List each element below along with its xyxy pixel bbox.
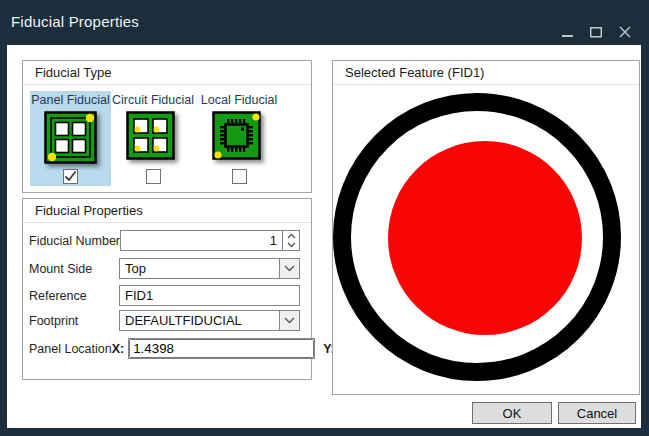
local-fiducial-icon [212,111,266,165]
minimize-icon[interactable] [561,26,573,38]
panel-fiducial-checkbox[interactable] [63,169,78,184]
mount-side-row: Mount Side Top [29,258,300,279]
chevron-down-icon [284,265,295,272]
footprint-dropdown[interactable]: DEFAULTFIDUCIAL [119,310,300,331]
option-label: Circuit Fiducial [112,93,194,109]
panel-location-x-input[interactable] [129,339,314,358]
fiducial-properties-group-title: Fiducial Properties [23,199,311,223]
cancel-button[interactable]: Cancel [558,402,636,424]
selected-feature-group: Selected Feature (FID1) [332,60,640,395]
option-panel-fiducial[interactable]: Panel Fiducial [30,91,111,186]
footprint-row: Footprint DEFAULTFIDUCIAL [29,310,300,331]
reference-row: Reference [29,285,300,306]
fiducial-number-row: Fiducial Number [29,230,300,251]
spinner-up-icon [287,233,296,239]
option-local-fiducial[interactable]: Local Fiducial [197,91,281,186]
fiducial-number-input[interactable] [121,231,282,250]
maximize-icon[interactable] [590,26,602,38]
mount-side-dropdown-button[interactable] [279,259,299,278]
fiducial-type-group-title: Fiducial Type [23,61,311,85]
dialog-body: Fiducial Type Panel Fiducial [7,45,641,428]
fiducial-type-options: Panel Fiducial [23,85,311,186]
fiducial-number-field [120,230,300,251]
fiducial-type-group: Fiducial Type Panel Fiducial [22,60,312,193]
local-fiducial-checkbox[interactable] [232,169,247,184]
panel-location-row: Panel Location X: Y: [29,338,300,359]
option-label: Panel Fiducial [31,93,110,109]
reference-field [119,285,300,306]
fiducial-number-spinner[interactable] [282,231,299,250]
reference-input[interactable] [120,286,299,305]
panel-fiducial-icon [44,111,98,165]
mount-side-label: Mount Side [29,262,119,276]
titlebar: Fiducial Properties [0,0,649,45]
selected-feature-group-title: Selected Feature (FID1) [333,61,639,85]
footprint-label: Footprint [29,314,119,328]
fiducial-number-label: Fiducial Number [29,234,120,248]
close-icon[interactable] [619,26,631,38]
mount-side-value: Top [120,261,279,276]
mount-side-dropdown[interactable]: Top [119,258,300,279]
option-label: Local Fiducial [201,93,277,109]
panel-location-label: Panel Location [29,342,112,356]
fiducial-properties-group: Fiducial Properties Fiducial Number Moun… [22,198,312,380]
feature-preview [333,85,639,395]
window-controls [561,24,631,38]
fiducial-target-graphic [333,85,639,395]
window-title: Fiducial Properties [11,13,139,30]
footprint-dropdown-button[interactable] [279,311,299,330]
circuit-fiducial-checkbox[interactable] [146,169,161,184]
spinner-down-icon [287,242,296,248]
reference-label: Reference [29,289,119,303]
panel-location-x-field [128,338,315,359]
footprint-value: DEFAULTFIDUCIAL [120,313,279,328]
circuit-fiducial-icon [126,111,180,165]
x-label: X: [112,342,125,356]
ok-button[interactable]: OK [472,402,552,424]
chevron-down-icon [284,317,295,324]
checkmark-icon [64,170,77,183]
option-circuit-fiducial[interactable]: Circuit Fiducial [111,91,195,186]
